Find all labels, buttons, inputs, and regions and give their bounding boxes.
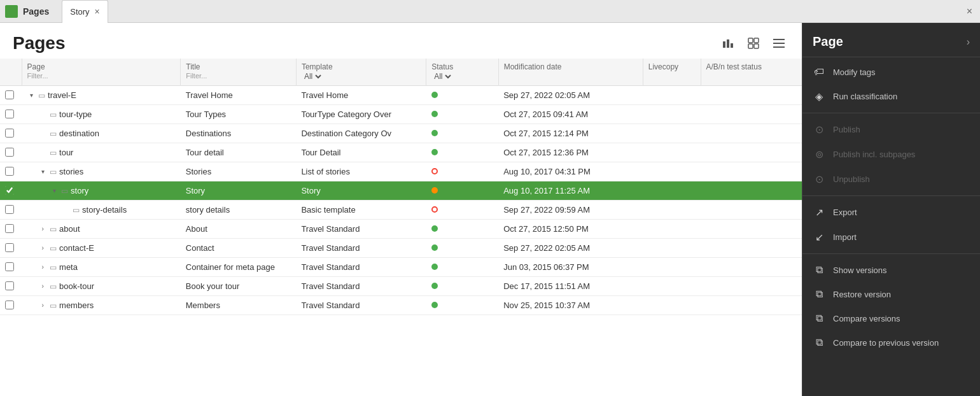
row-ab-cell (701, 86, 802, 105)
status-filter-select[interactable]: All (431, 71, 453, 81)
template-filter-select[interactable]: All (302, 71, 323, 81)
right-panel: Page › 🏷Modify tags◈Run classification⊙P… (802, 23, 980, 396)
row-ab-cell (701, 239, 802, 258)
expand-icon[interactable]: ▾ (50, 187, 59, 194)
status-dot (431, 111, 438, 117)
col-header-status[interactable]: Status All (426, 59, 499, 86)
svg-rect-1 (727, 39, 729, 48)
status-dot (431, 264, 438, 270)
col-header-template[interactable]: Template All (296, 59, 426, 86)
page-type-icon: ▭ (50, 263, 57, 272)
import-label: Import (833, 232, 857, 242)
row-title-cell: Tour Types (181, 105, 297, 124)
row-ab-cell (701, 105, 802, 124)
status-dot (431, 149, 438, 155)
row-checkbox[interactable] (5, 148, 14, 157)
row-checkbox[interactable] (5, 186, 14, 195)
table-row[interactable]: ›▭contact-EContactTravel StandardSep 27,… (0, 239, 802, 258)
expand-icon[interactable]: ▾ (27, 92, 36, 99)
row-page-cell: ›▭meta (22, 258, 181, 277)
row-checkbox[interactable] (5, 224, 14, 233)
panel-action-compare-previous[interactable]: ⧉Compare to previous version (802, 330, 980, 355)
row-status-cell (426, 239, 499, 258)
expand-icon[interactable]: › (38, 225, 47, 232)
table-row[interactable]: ▾▭travel-ETravel HomeTravel HomeSep 27, … (0, 86, 802, 105)
window-close-icon[interactable]: × (959, 6, 980, 17)
panel-expand-icon[interactable]: › (967, 36, 970, 48)
bar-chart-icon[interactable] (718, 33, 738, 53)
table-row[interactable]: ▭tour-typeTour TypesTourType Category Ov… (0, 105, 802, 124)
table-row[interactable]: ▾▭storyStoryStoryAug 10, 2017 11:25 AM (0, 181, 802, 201)
panel-action-modify-tags[interactable]: 🏷Modify tags (802, 60, 980, 84)
expand-icon[interactable]: › (38, 264, 47, 271)
panel-action-compare-versions[interactable]: ⧉Compare versions (802, 306, 980, 330)
row-title-cell: Stories (181, 162, 297, 181)
row-livecopy-cell (643, 86, 701, 105)
table-row[interactable]: ›▭aboutAboutTravel StandardOct 27, 2015 … (0, 220, 802, 239)
row-checkbox[interactable] (5, 243, 14, 252)
row-template-cell: Travel Standard (296, 239, 426, 258)
layout-icon[interactable] (743, 33, 764, 53)
row-checkbox[interactable] (5, 281, 14, 290)
table-row[interactable]: ▾▭storiesStoriesList of storiesAug 10, 2… (0, 162, 802, 181)
table-row[interactable]: ›▭metaContainer for meta pageTravel Stan… (0, 258, 802, 277)
row-check-cell (0, 258, 19, 276)
row-mod-date-cell: Sep 27, 2022 02:05 AM (498, 86, 643, 105)
expand-icon[interactable]: › (38, 283, 47, 290)
menu-icon[interactable] (769, 33, 789, 53)
expand-icon[interactable]: › (38, 244, 47, 251)
row-status-cell (426, 162, 499, 181)
row-page-cell: ▾▭travel-E (22, 86, 181, 105)
row-title-cell: story details (181, 201, 297, 220)
pages-table: Page Filter... Title Filter... Template … (0, 59, 802, 315)
row-status-cell (426, 124, 499, 143)
row-ab-cell (701, 201, 802, 220)
panel-action-export[interactable]: ↗Export (802, 200, 980, 225)
svg-rect-9 (773, 46, 785, 48)
panel-action-run-classification[interactable]: ◈Run classification (802, 84, 980, 109)
row-checkbox[interactable] (5, 262, 14, 271)
svg-rect-0 (723, 41, 725, 48)
row-checkbox[interactable] (5, 205, 14, 214)
row-checkbox[interactable] (5, 167, 14, 176)
page-name-label: book-tour (59, 281, 94, 291)
svg-rect-6 (754, 44, 759, 48)
row-title-cell: Contact (181, 239, 297, 258)
row-livecopy-cell (643, 105, 701, 124)
table-row[interactable]: ›▭book-tourBook your tourTravel Standard… (0, 277, 802, 296)
panel-action-import[interactable]: ↙Import (802, 225, 980, 250)
panel-divider (802, 253, 980, 254)
table-row[interactable]: ▭tourTour detailTour DetailOct 27, 2015 … (0, 143, 802, 162)
page-type-icon: ▭ (50, 129, 57, 138)
page-type-icon: ▭ (50, 282, 57, 291)
row-checkbox[interactable] (5, 129, 14, 138)
page-title: Pages (13, 33, 66, 53)
row-page-cell: ▾▭story (22, 181, 181, 201)
table-row[interactable]: ▭story-detailsstory detailsBasic templat… (0, 201, 802, 220)
panel-divider (802, 113, 980, 113)
row-livecopy-cell (643, 239, 701, 258)
row-checkbox[interactable] (5, 301, 14, 309)
row-livecopy-cell (643, 162, 701, 181)
panel-action-show-versions[interactable]: ⧉Show versions (802, 258, 980, 282)
page-type-icon: ▭ (50, 301, 57, 310)
expand-icon[interactable]: ▾ (38, 168, 47, 175)
show-versions-label: Show versions (833, 265, 887, 275)
panel-action-restore-version[interactable]: ⧉Restore version (802, 282, 980, 306)
row-checkbox[interactable] (5, 90, 14, 99)
status-dot (431, 168, 438, 174)
run-classification-icon: ◈ (813, 90, 825, 103)
story-tab[interactable]: Story × (62, 0, 108, 23)
col-header-ab: A/B/n test status (701, 59, 802, 86)
expand-icon[interactable]: › (38, 302, 47, 309)
tab-close-icon[interactable]: × (95, 7, 100, 16)
row-ab-cell (701, 296, 802, 315)
row-page-cell: ▭story-details (22, 201, 181, 220)
table-row[interactable]: ›▭membersMembersTravel StandardNov 25, 2… (0, 296, 802, 315)
svg-rect-8 (773, 43, 785, 44)
row-checkbox[interactable] (5, 110, 14, 118)
table-row[interactable]: ▭destinationDestinationsDestination Cate… (0, 124, 802, 143)
export-label: Export (833, 208, 857, 217)
pages-table-wrapper: Page Filter... Title Filter... Template … (0, 59, 802, 396)
unpublish-icon: ⊙ (813, 173, 825, 185)
